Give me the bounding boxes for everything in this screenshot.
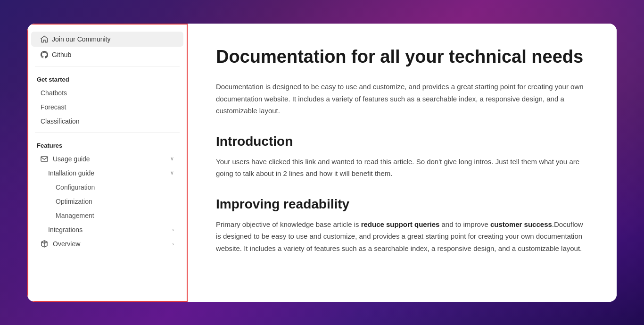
sidebar-item-installation-guide[interactable]: Intallation guide ∨ [31,166,183,180]
main-container: Join our Community Github Get started Ch… [27,24,617,302]
overview-chevron: › [172,241,174,247]
readability-bold2: customer success [490,220,552,228]
configuration-label: Configuration [56,183,95,191]
readability-text-middle: and to improve [439,220,490,228]
forecast-label: Forecast [41,103,66,111]
join-community-label: Join our Community [52,35,111,43]
content-area: Documentation for all your technical nee… [188,24,617,302]
integrations-chevron: › [172,227,174,233]
chatbots-label: Chatbots [41,89,67,97]
sidebar-item-integrations[interactable]: Integrations › [31,223,183,237]
sidebar-item-optimization[interactable]: Optimization [31,194,183,208]
mail-icon [41,155,48,163]
sidebar-item-management[interactable]: Management [31,208,183,223]
introduction-heading: Introduction [216,134,588,149]
divider-2 [35,132,180,133]
sidebar-item-usage-guide[interactable]: Usage guide ∨ [31,152,183,166]
installation-guide-chevron: ∨ [170,170,174,176]
readability-bold1: reduce support queries [361,220,440,228]
divider-1 [35,66,180,67]
sidebar-item-classification[interactable]: Classification [31,114,183,128]
integrations-label: Integrations [48,226,83,233]
overview-label: Overview [53,240,80,248]
github-label: Github [52,51,71,58]
introduction-text: Your users have clicked this link and wa… [216,156,588,180]
section-get-started: Get started [27,70,187,85]
sidebar-item-overview[interactable]: Overview › [31,237,183,251]
usage-guide-label: Usage guide [53,155,90,163]
readability-heading: Improving readability [216,197,588,212]
installation-guide-label: Intallation guide [48,169,94,177]
sidebar-item-chatbots[interactable]: Chatbots [31,86,183,100]
section-features: Features [27,136,187,151]
readability-text: Primary objective of knowledge base arti… [216,218,588,255]
svg-rect-0 [41,157,48,161]
classification-label: Classification [41,117,79,125]
intro-paragraph: Documentation is designed to be easy to … [216,81,588,117]
sidebar-item-forecast[interactable]: Forecast [31,100,183,114]
sidebar-item-github[interactable]: Github [31,47,183,62]
readability-text-before: Primary objective of knowledge base arti… [216,220,361,228]
github-icon [41,51,48,58]
home-icon [41,35,48,43]
sidebar-item-join-community[interactable]: Join our Community [31,32,183,47]
sidebar-item-configuration[interactable]: Configuration [31,180,183,194]
usage-guide-chevron: ∨ [170,156,174,162]
page-title: Documentation for all your technical nee… [216,46,588,68]
optimization-label: Optimization [56,198,92,205]
box-icon [41,240,48,248]
sidebar: Join our Community Github Get started Ch… [27,24,188,302]
management-label: Management [56,212,94,219]
